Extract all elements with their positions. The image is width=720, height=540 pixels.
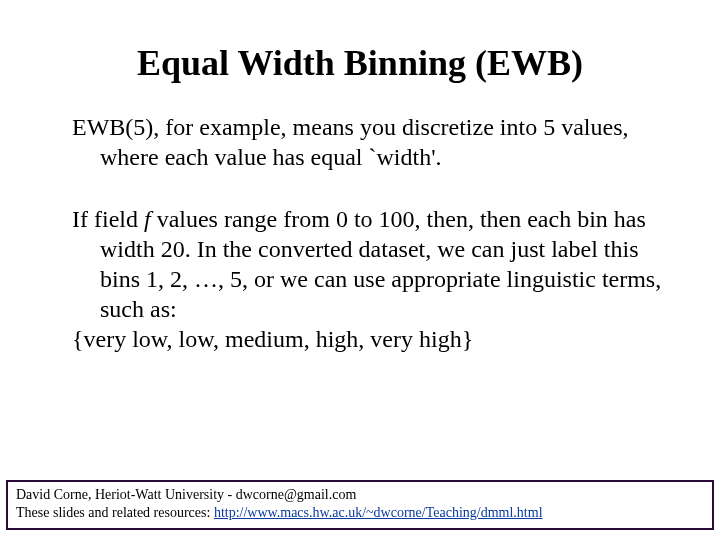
footer-line-2-pre: These slides and related resources:: [16, 505, 214, 520]
footer-line-2: These slides and related resources: http…: [16, 504, 704, 522]
paragraph-3: {very low, low, medium, high, very high}: [50, 324, 670, 354]
footer-line-1: David Corne, Heriot-Watt University - dw…: [16, 486, 704, 504]
paragraph-1: EWB(5), for example, means you discretiz…: [50, 112, 670, 172]
para2-variable-f: f: [144, 206, 151, 232]
para2-post: values range from 0 to 100, then, then e…: [100, 206, 661, 322]
footer-link[interactable]: http://www.macs.hw.ac.uk/~dwcorne/Teachi…: [214, 505, 543, 520]
slide-title: Equal Width Binning (EWB): [0, 0, 720, 112]
paragraph-2: If field f values range from 0 to 100, t…: [50, 204, 670, 324]
footer-box: David Corne, Heriot-Watt University - dw…: [6, 480, 714, 530]
slide-body: EWB(5), for example, means you discretiz…: [0, 112, 720, 354]
para2-pre: If field: [72, 206, 144, 232]
